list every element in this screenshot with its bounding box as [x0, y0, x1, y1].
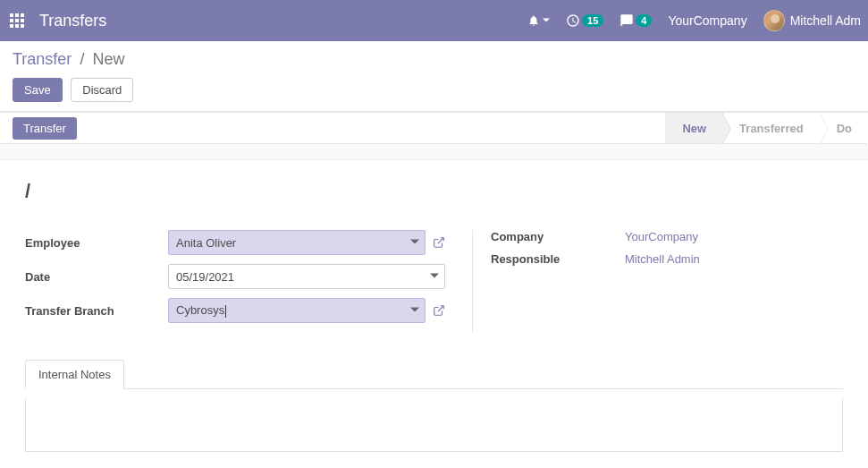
transfer-button[interactable]: Transfer — [13, 117, 77, 140]
chevron-down-icon — [430, 270, 439, 284]
discuss-badge: 4 — [636, 14, 652, 27]
status-bar: Transfer New Transferred Do — [0, 112, 868, 144]
chevron-down-icon — [543, 17, 550, 24]
responsible-value[interactable]: Mitchell Admin — [625, 252, 700, 266]
chevron-down-icon — [410, 236, 419, 250]
internal-notes-content[interactable] — [25, 398, 843, 452]
svg-rect-6 — [10, 24, 13, 28]
activities-badge: 15 — [582, 14, 603, 27]
avatar — [763, 10, 785, 31]
breadcrumb-root[interactable]: Transfer — [13, 50, 72, 68]
breadcrumb-current: New — [92, 50, 124, 68]
branch-label: Transfer Branch — [25, 304, 168, 318]
company-label: Company — [491, 230, 625, 243]
svg-rect-0 — [10, 13, 13, 17]
svg-rect-3 — [10, 19, 13, 22]
svg-rect-8 — [21, 24, 24, 28]
svg-rect-5 — [21, 19, 24, 22]
external-link-icon[interactable] — [433, 236, 445, 249]
discard-button[interactable]: Discard — [71, 78, 133, 102]
svg-rect-1 — [15, 13, 19, 17]
control-panel: Transfer / New Save Discard — [0, 41, 868, 112]
status-new[interactable]: New — [665, 113, 722, 143]
company-value[interactable]: YourCompany — [625, 230, 698, 243]
form-col-right: Company YourCompany Responsible Mitchell… — [472, 230, 843, 332]
employee-field[interactable]: Anita Oliver — [168, 230, 426, 255]
date-label: Date — [25, 270, 168, 284]
top-navbar: Transfers 15 4 YourCompany Mitchell Adm — [0, 0, 868, 41]
branch-field[interactable]: Cybrosys — [168, 298, 426, 323]
company-switcher[interactable]: YourCompany — [668, 13, 746, 28]
form-col-left: Employee Anita Oliver Date 05/19/2021 — [25, 230, 445, 332]
svg-line-10 — [438, 306, 443, 311]
user-menu[interactable]: Mitchell Adm — [763, 10, 861, 31]
chevron-down-icon — [410, 304, 419, 318]
user-name: Mitchell Adm — [790, 13, 861, 28]
form-sheet: / Employee Anita Oliver Date — [0, 160, 868, 468]
employee-label: Employee — [25, 236, 168, 250]
activities-menu[interactable]: 15 — [566, 13, 603, 28]
svg-rect-7 — [15, 24, 19, 28]
app-title[interactable]: Transfers — [39, 12, 106, 30]
breadcrumb-sep: / — [80, 50, 84, 68]
notebook: Internal Notes — [25, 359, 843, 452]
save-button[interactable]: Save — [13, 78, 63, 102]
discuss-menu[interactable]: 4 — [619, 13, 652, 28]
svg-rect-4 — [15, 19, 19, 22]
responsible-label: Responsible — [491, 252, 625, 266]
status-steps: New Transferred Do — [665, 113, 868, 143]
apps-icon[interactable] — [7, 11, 27, 30]
chat-icon — [619, 13, 634, 28]
sheet-gap — [0, 144, 868, 160]
date-field[interactable]: 05/19/2021 — [168, 264, 445, 289]
bell-icon — [527, 14, 540, 27]
tab-internal-notes[interactable]: Internal Notes — [25, 360, 124, 389]
svg-line-9 — [438, 238, 443, 243]
breadcrumb: Transfer / New — [13, 50, 855, 69]
status-transferred[interactable]: Transferred — [722, 113, 820, 143]
clock-icon — [566, 13, 580, 28]
notifications-menu[interactable] — [527, 14, 550, 27]
svg-rect-2 — [21, 13, 24, 17]
record-title: / — [25, 180, 843, 203]
external-link-icon[interactable] — [433, 304, 445, 317]
action-buttons: Save Discard — [13, 78, 855, 102]
